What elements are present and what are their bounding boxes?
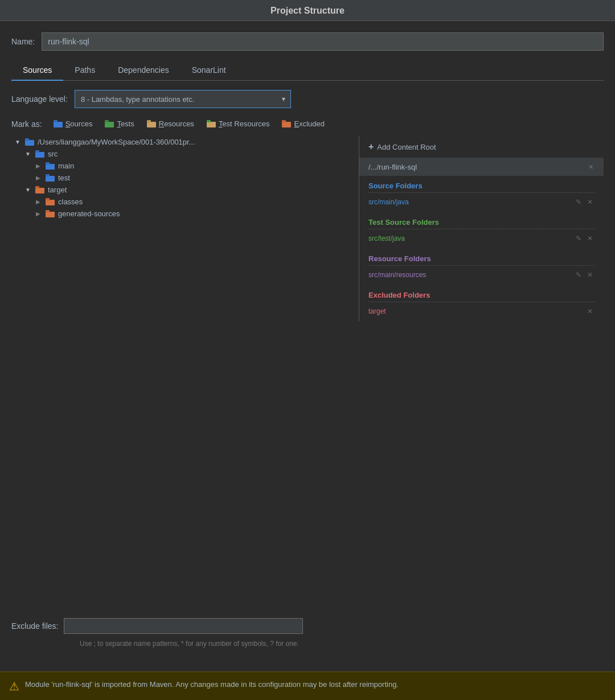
mark-as-tests-label: Tests <box>117 120 134 128</box>
tree-classes-name: classes <box>58 197 83 206</box>
excluded-folders-path-0: target <box>368 307 585 315</box>
resource-folders-divider <box>368 265 594 266</box>
name-input[interactable] <box>42 32 604 51</box>
tree-test-arrow: ▶ <box>34 174 42 182</box>
tree-main-folder-icon <box>46 162 55 170</box>
excluded-folders-section: Excluded Folders target ✕ <box>359 285 604 322</box>
mark-as-label: Mark as: <box>11 120 42 129</box>
content-root-title: /.../run-flink-sql <box>368 163 417 171</box>
plus-icon: + <box>368 142 374 152</box>
source-folders-item-0: src/main/java ✎ ✕ <box>368 196 594 208</box>
test-source-folders-remove-0[interactable]: ✕ <box>585 234 594 243</box>
resource-folders-item-0: src/main/resources ✎ ✕ <box>368 269 594 281</box>
test-source-folders-divider <box>368 229 594 229</box>
resource-folders-actions-0: ✎ ✕ <box>574 270 594 279</box>
resource-folders-remove-0[interactable]: ✕ <box>585 270 594 279</box>
language-level-select[interactable]: 8 - Lambdas, type annotations etc. 9 - M… <box>75 90 291 108</box>
tree-test-item[interactable]: ▶ test <box>11 172 376 184</box>
content-root-header: /.../run-flink-sql × <box>359 158 604 176</box>
exclude-files-row: Exclude files: <box>11 618 615 634</box>
source-folders-section: Source Folders src/main/java ✎ ✕ <box>359 176 604 212</box>
mark-as-resources-button[interactable]: Resources <box>144 118 198 129</box>
warning-icon: ⚠ <box>9 680 19 693</box>
resources-folder-icon <box>147 120 156 127</box>
tree-root-name: /Users/lianggao/MyWorkSpace/001-360/001p… <box>38 138 195 146</box>
name-row: Name: <box>11 32 604 51</box>
right-panel: + Add Content Root /.../run-flink-sql × … <box>359 136 604 322</box>
tests-folder-icon <box>105 120 114 127</box>
content-root-close-button[interactable]: × <box>588 162 594 171</box>
mark-as-excluded-label: Excluded <box>294 120 324 128</box>
mark-as-sources-label: Sources <box>65 120 93 128</box>
exclude-files-input[interactable] <box>64 618 303 634</box>
exclude-files-hint: Use ; to separate name patterns, * for a… <box>80 639 615 649</box>
test-source-folders-section: Test Source Folders src/test/java ✎ ✕ <box>359 212 604 249</box>
tree-main-arrow: ▶ <box>34 162 42 170</box>
tree-main-item[interactable]: ▶ main <box>11 160 376 172</box>
mark-as-test-resources-button[interactable]: Test Resources <box>203 118 273 129</box>
title-bar: Project Structure <box>0 0 615 21</box>
tree-main-name: main <box>58 162 74 170</box>
warning-bar: ⚠ Module 'run-flink-sql' is imported fro… <box>0 672 615 700</box>
excluded-folders-item-0: target ✕ <box>368 306 594 317</box>
source-folders-title: Source Folders <box>368 182 594 190</box>
mark-as-resources-label: Resources <box>159 120 194 128</box>
tree-classes-item[interactable]: ▶ classes <box>11 196 376 208</box>
tree-generated-sources-arrow: ▶ <box>34 210 42 218</box>
add-content-root-label: Add Content Root <box>377 143 436 151</box>
language-level-wrapper: 8 - Lambdas, type annotations etc. 9 - M… <box>75 90 291 108</box>
source-folders-edit-0[interactable]: ✎ <box>574 197 583 207</box>
tree-root-item[interactable]: ▼ /Users/lianggao/MyWorkSpace/001-360/00… <box>11 136 376 148</box>
tree-test-name: test <box>58 174 70 182</box>
excluded-folders-title: Excluded Folders <box>368 291 594 299</box>
resource-folders-edit-0[interactable]: ✎ <box>574 270 583 279</box>
warning-text: Module 'run-flink-sql' is imported from … <box>25 679 399 690</box>
tree-src-name: src <box>48 150 58 158</box>
language-level-row: Language level: 8 - Lambdas, type annota… <box>11 90 604 108</box>
resource-folders-title: Resource Folders <box>368 254 594 263</box>
excluded-folders-actions-0: ✕ <box>585 307 594 316</box>
tree-src-folder-icon <box>35 150 44 158</box>
source-folders-actions-0: ✎ ✕ <box>574 197 594 207</box>
resource-folders-section: Resource Folders src/main/resources ✎ ✕ <box>359 249 604 285</box>
source-folders-path-0: src/main/java <box>368 198 574 206</box>
tree-src-item[interactable]: ▼ src <box>11 148 376 160</box>
tree-target-folder-icon <box>35 186 44 193</box>
tree-generated-sources-name: generated-sources <box>58 209 120 218</box>
tree-root-arrow: ▼ <box>14 138 22 146</box>
mark-as-sources-button[interactable]: Sources <box>50 118 96 129</box>
tree-generated-sources-folder-icon <box>46 210 55 217</box>
exclude-files-label: Exclude files: <box>11 621 58 631</box>
test-source-folders-edit-0[interactable]: ✎ <box>574 234 583 243</box>
mark-as-test-resources-label: Test Resources <box>219 120 270 128</box>
mark-as-tests-button[interactable]: Tests <box>101 118 137 129</box>
tree-target-item[interactable]: ▼ target <box>11 184 376 196</box>
source-folders-divider <box>368 192 594 193</box>
excluded-folders-divider <box>368 302 594 302</box>
add-content-root-button[interactable]: + Add Content Root <box>359 136 604 158</box>
tabs: Sources Paths Dependencies SonarLint <box>11 61 604 81</box>
mark-as-excluded-button[interactable]: Excluded <box>278 118 327 129</box>
excluded-folder-icon <box>282 120 291 127</box>
page-title: Project Structure <box>0 6 615 16</box>
tree-src-arrow: ▼ <box>24 150 32 158</box>
excluded-folders-remove-0[interactable]: ✕ <box>585 307 594 316</box>
sources-folder-icon <box>54 120 63 127</box>
test-source-folders-actions-0: ✎ ✕ <box>574 234 594 243</box>
resource-folders-path-0: src/main/resources <box>368 271 574 279</box>
tree-classes-arrow: ▶ <box>34 198 42 206</box>
tree-root-folder-icon <box>25 138 34 146</box>
tree-panel: ▼ /Users/lianggao/MyWorkSpace/001-360/00… <box>11 136 604 477</box>
tab-dependencies[interactable]: Dependencies <box>106 61 181 80</box>
tree-target-name: target <box>48 186 67 194</box>
language-level-label: Language level: <box>11 94 68 104</box>
name-label: Name: <box>11 37 35 46</box>
main-content: Name: Sources Paths Dependencies SonarLi… <box>0 21 615 477</box>
tab-sonarlint[interactable]: SonarLint <box>181 61 237 80</box>
test-resources-folder-icon <box>207 120 216 127</box>
tree-generated-sources-item[interactable]: ▶ generated-sources <box>11 208 376 220</box>
source-folders-remove-0[interactable]: ✕ <box>585 197 594 207</box>
tab-sources[interactable]: Sources <box>11 61 63 80</box>
tree-classes-folder-icon <box>46 198 55 205</box>
tab-paths[interactable]: Paths <box>63 61 106 80</box>
